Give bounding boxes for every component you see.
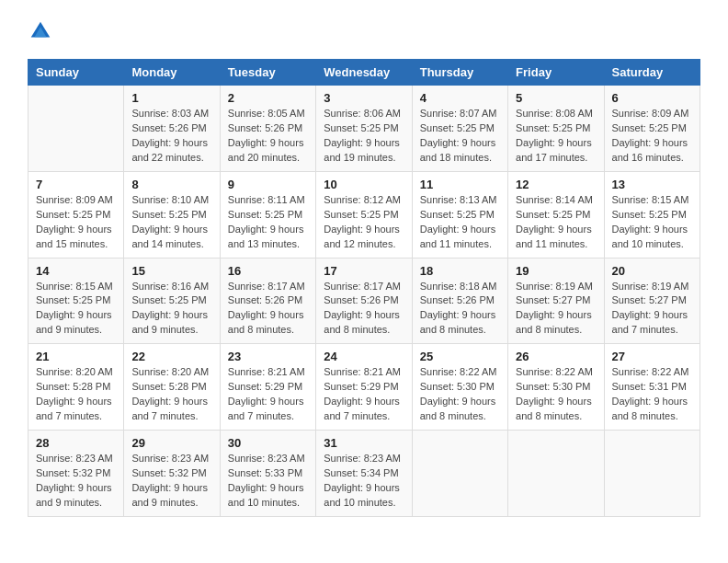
- calendar-cell: 7Sunrise: 8:09 AMSunset: 5:25 PMDaylight…: [28, 171, 124, 258]
- calendar-cell: 24Sunrise: 8:21 AMSunset: 5:29 PMDayligh…: [316, 344, 412, 431]
- day-number: 25: [420, 350, 500, 363]
- day-number: 24: [324, 350, 404, 363]
- calendar-cell: 29Sunrise: 8:23 AMSunset: 5:32 PMDayligh…: [124, 431, 220, 517]
- logo: [28, 18, 57, 44]
- calendar-cell: 28Sunrise: 8:23 AMSunset: 5:32 PMDayligh…: [28, 431, 124, 517]
- day-number: 22: [131, 350, 211, 363]
- day-info: Sunrise: 8:20 AMSunset: 5:28 PMDaylight:…: [36, 365, 116, 424]
- day-number: 10: [324, 178, 404, 191]
- day-info: Sunrise: 8:12 AMSunset: 5:25 PMDaylight:…: [324, 193, 404, 252]
- calendar-table: SundayMondayTuesdayWednesdayThursdayFrid…: [28, 59, 700, 517]
- calendar-cell: 16Sunrise: 8:17 AMSunset: 5:26 PMDayligh…: [220, 258, 315, 344]
- day-info: Sunrise: 8:19 AMSunset: 5:27 PMDaylight:…: [516, 280, 596, 339]
- day-number: 9: [228, 178, 308, 191]
- weekday-header-thursday: Thursday: [412, 60, 507, 86]
- day-number: 16: [228, 264, 308, 278]
- calendar-cell: 30Sunrise: 8:23 AMSunset: 5:33 PMDayligh…: [220, 431, 315, 517]
- day-info: Sunrise: 8:06 AMSunset: 5:25 PMDaylight:…: [324, 107, 404, 166]
- calendar-cell: 31Sunrise: 8:23 AMSunset: 5:34 PMDayligh…: [316, 431, 412, 517]
- day-number: 5: [516, 91, 596, 105]
- calendar-week-row: 21Sunrise: 8:20 AMSunset: 5:28 PMDayligh…: [28, 344, 700, 431]
- calendar-cell: 2Sunrise: 8:05 AMSunset: 5:26 PMDaylight…: [220, 86, 315, 172]
- day-info: Sunrise: 8:15 AMSunset: 5:25 PMDaylight:…: [612, 193, 692, 252]
- calendar-header: SundayMondayTuesdayWednesdayThursdayFrid…: [28, 60, 700, 86]
- day-info: Sunrise: 8:22 AMSunset: 5:31 PMDaylight:…: [612, 365, 692, 424]
- day-number: 6: [612, 91, 692, 105]
- calendar-cell: [604, 431, 700, 517]
- day-number: 3: [324, 91, 404, 105]
- day-number: 21: [36, 350, 116, 363]
- calendar-body: 1Sunrise: 8:03 AMSunset: 5:26 PMDaylight…: [28, 86, 700, 517]
- calendar-cell: 27Sunrise: 8:22 AMSunset: 5:31 PMDayligh…: [604, 344, 700, 431]
- calendar-cell: 26Sunrise: 8:22 AMSunset: 5:30 PMDayligh…: [508, 344, 604, 431]
- calendar-week-row: 1Sunrise: 8:03 AMSunset: 5:26 PMDaylight…: [28, 86, 700, 172]
- weekday-header-friday: Friday: [508, 60, 604, 86]
- calendar-cell: 4Sunrise: 8:07 AMSunset: 5:25 PMDaylight…: [412, 86, 507, 172]
- weekday-header-tuesday: Tuesday: [220, 60, 315, 86]
- day-number: 20: [612, 264, 692, 278]
- day-number: 28: [36, 436, 116, 450]
- calendar-cell: 20Sunrise: 8:19 AMSunset: 5:27 PMDayligh…: [604, 258, 700, 344]
- calendar-cell: 15Sunrise: 8:16 AMSunset: 5:25 PMDayligh…: [124, 258, 220, 344]
- day-number: 2: [228, 91, 308, 105]
- day-info: Sunrise: 8:16 AMSunset: 5:25 PMDaylight:…: [131, 280, 211, 339]
- day-info: Sunrise: 8:08 AMSunset: 5:25 PMDaylight:…: [516, 107, 596, 166]
- day-number: 15: [131, 264, 211, 278]
- day-number: 30: [228, 436, 308, 450]
- day-info: Sunrise: 8:23 AMSunset: 5:32 PMDaylight:…: [36, 452, 116, 511]
- calendar-cell: 23Sunrise: 8:21 AMSunset: 5:29 PMDayligh…: [220, 344, 315, 431]
- day-info: Sunrise: 8:11 AMSunset: 5:25 PMDaylight:…: [228, 193, 308, 252]
- calendar-cell: 14Sunrise: 8:15 AMSunset: 5:25 PMDayligh…: [28, 258, 124, 344]
- day-info: Sunrise: 8:20 AMSunset: 5:28 PMDaylight:…: [131, 365, 211, 424]
- day-number: 17: [324, 264, 404, 278]
- calendar-cell: 17Sunrise: 8:17 AMSunset: 5:26 PMDayligh…: [316, 258, 412, 344]
- calendar-cell: 18Sunrise: 8:18 AMSunset: 5:26 PMDayligh…: [412, 258, 507, 344]
- day-info: Sunrise: 8:22 AMSunset: 5:30 PMDaylight:…: [420, 365, 500, 424]
- day-info: Sunrise: 8:23 AMSunset: 5:32 PMDaylight:…: [131, 452, 211, 511]
- calendar-week-row: 28Sunrise: 8:23 AMSunset: 5:32 PMDayligh…: [28, 431, 700, 517]
- day-number: 29: [131, 436, 211, 450]
- day-info: Sunrise: 8:13 AMSunset: 5:25 PMDaylight:…: [420, 193, 500, 252]
- day-info: Sunrise: 8:14 AMSunset: 5:25 PMDaylight:…: [516, 193, 596, 252]
- calendar-cell: 3Sunrise: 8:06 AMSunset: 5:25 PMDaylight…: [316, 86, 412, 172]
- calendar-cell: 10Sunrise: 8:12 AMSunset: 5:25 PMDayligh…: [316, 171, 412, 258]
- day-number: 13: [612, 178, 692, 191]
- day-info: Sunrise: 8:17 AMSunset: 5:26 PMDaylight:…: [228, 280, 308, 339]
- calendar-cell: [28, 86, 124, 172]
- calendar-cell: 8Sunrise: 8:10 AMSunset: 5:25 PMDaylight…: [124, 171, 220, 258]
- calendar-cell: 13Sunrise: 8:15 AMSunset: 5:25 PMDayligh…: [604, 171, 700, 258]
- day-number: 8: [131, 178, 211, 191]
- calendar-cell: 1Sunrise: 8:03 AMSunset: 5:26 PMDaylight…: [124, 86, 220, 172]
- day-number: 31: [324, 436, 404, 450]
- day-info: Sunrise: 8:23 AMSunset: 5:33 PMDaylight:…: [228, 452, 308, 511]
- calendar-cell: 5Sunrise: 8:08 AMSunset: 5:25 PMDaylight…: [508, 86, 604, 172]
- day-info: Sunrise: 8:21 AMSunset: 5:29 PMDaylight:…: [228, 365, 308, 424]
- calendar-cell: 12Sunrise: 8:14 AMSunset: 5:25 PMDayligh…: [508, 171, 604, 258]
- calendar-cell: [508, 431, 604, 517]
- day-info: Sunrise: 8:19 AMSunset: 5:27 PMDaylight:…: [612, 280, 692, 339]
- weekday-header-monday: Monday: [124, 60, 220, 86]
- day-number: 11: [420, 178, 500, 191]
- calendar-cell: 6Sunrise: 8:09 AMSunset: 5:25 PMDaylight…: [604, 86, 700, 172]
- calendar-cell: 25Sunrise: 8:22 AMSunset: 5:30 PMDayligh…: [412, 344, 507, 431]
- day-number: 4: [420, 91, 500, 105]
- day-info: Sunrise: 8:23 AMSunset: 5:34 PMDaylight:…: [324, 452, 404, 511]
- calendar-cell: 21Sunrise: 8:20 AMSunset: 5:28 PMDayligh…: [28, 344, 124, 431]
- day-number: 1: [131, 91, 211, 105]
- day-number: 19: [516, 264, 596, 278]
- calendar-week-row: 14Sunrise: 8:15 AMSunset: 5:25 PMDayligh…: [28, 258, 700, 344]
- weekday-row: SundayMondayTuesdayWednesdayThursdayFrid…: [28, 60, 700, 86]
- weekday-header-saturday: Saturday: [604, 60, 700, 86]
- weekday-header-wednesday: Wednesday: [316, 60, 412, 86]
- day-number: 27: [612, 350, 692, 363]
- day-info: Sunrise: 8:22 AMSunset: 5:30 PMDaylight:…: [516, 365, 596, 424]
- calendar-cell: 11Sunrise: 8:13 AMSunset: 5:25 PMDayligh…: [412, 171, 507, 258]
- calendar-cell: 22Sunrise: 8:20 AMSunset: 5:28 PMDayligh…: [124, 344, 220, 431]
- day-info: Sunrise: 8:18 AMSunset: 5:26 PMDaylight:…: [420, 280, 500, 339]
- day-info: Sunrise: 8:03 AMSunset: 5:26 PMDaylight:…: [131, 107, 211, 166]
- page-header: [28, 18, 700, 44]
- day-number: 12: [516, 178, 596, 191]
- day-info: Sunrise: 8:07 AMSunset: 5:25 PMDaylight:…: [420, 107, 500, 166]
- day-info: Sunrise: 8:15 AMSunset: 5:25 PMDaylight:…: [36, 280, 116, 339]
- day-info: Sunrise: 8:09 AMSunset: 5:25 PMDaylight:…: [612, 107, 692, 166]
